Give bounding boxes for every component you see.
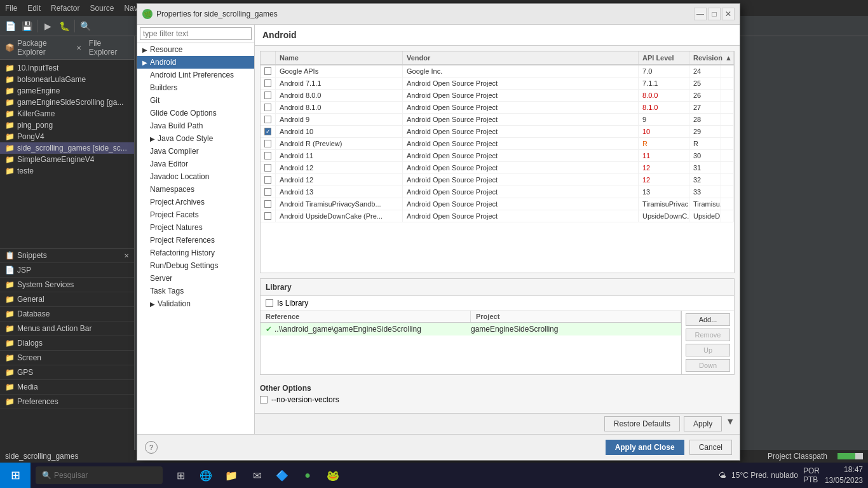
tree-builders[interactable]: Builders (137, 81, 254, 94)
bl-menus[interactable]: 📁 Menus and Action Bar (0, 322, 134, 336)
tree-item-side-scrolling[interactable]: 📁 side_scrolling_games [side_sc... (0, 142, 134, 154)
toolbar-search-btn[interactable]: 🔍 (78, 18, 93, 34)
taskbar-chrome-icon[interactable]: ● (295, 463, 320, 488)
start-button[interactable]: ⊞ (0, 463, 31, 488)
table-row[interactable]: Android 9 Android Open Source Project 9 … (261, 114, 734, 126)
table-row[interactable]: Android 7.1.1 Android Open Source Projec… (261, 78, 734, 90)
tree-java-editor[interactable]: Java Editor (137, 158, 254, 170)
bl-jsp[interactable]: 📄 JSP (0, 263, 134, 278)
row-checkbox[interactable] (264, 176, 271, 184)
tree-java-build-path[interactable]: Java Build Path (137, 119, 254, 132)
tree-git[interactable]: Git (137, 94, 254, 107)
table-row[interactable]: Android UpsideDownCake (Pre... Android O… (261, 210, 734, 222)
td-check[interactable] (261, 78, 276, 89)
td-check[interactable] (261, 150, 276, 161)
tree-item-input-test[interactable]: 📁 10.InputTest (0, 62, 134, 74)
scroll-down-icon[interactable]: ▼ (726, 416, 735, 431)
package-explorer-tab[interactable]: 📦 Package Explorer ✕ File Explorer (0, 36, 134, 60)
row-checkbox[interactable] (264, 116, 271, 123)
td-check[interactable] (261, 138, 276, 149)
is-library-checkbox[interactable] (266, 299, 273, 307)
tree-item-pong-v4[interactable]: 📁 PongV4 (0, 131, 134, 142)
toolbar-save-btn[interactable]: 💾 (19, 18, 34, 34)
lib-remove-btn[interactable]: Remove (686, 329, 730, 341)
td-check[interactable] (261, 126, 276, 137)
bl-media[interactable]: 📁 Media (0, 380, 134, 395)
lib-table-row[interactable]: ✔ ..\\android_game\gameEngineSideScrolli… (261, 323, 681, 336)
menu-refactor[interactable]: Refactor (51, 4, 79, 13)
bl-system-services[interactable]: 📁 System Services (0, 278, 134, 292)
table-row[interactable]: Android 12 Android Open Source Project 1… (261, 174, 734, 186)
lib-up-btn[interactable]: Up (686, 344, 730, 356)
tree-server[interactable]: Server (137, 272, 254, 285)
th-scroll-top[interactable]: ▲ (721, 51, 734, 64)
tree-item-game-engine-side[interactable]: 📁 gameEngineSideScrolling [ga... (0, 97, 134, 108)
toolbar-debug-btn[interactable]: 🐛 (57, 18, 72, 34)
restore-defaults-btn[interactable]: Restore Defaults (604, 416, 680, 431)
tree-javadoc[interactable]: Javadoc Location (137, 170, 254, 183)
taskbar-green-icon[interactable]: 🐸 (320, 463, 346, 488)
tree-item-simple-game[interactable]: 📁 SimpleGameEngineV4 (0, 154, 134, 165)
taskbar-apps-btn[interactable]: ⊞ (168, 463, 193, 488)
table-row[interactable]: Android 13 Android Open Source Project 1… (261, 186, 734, 198)
tree-item-teste[interactable]: 📁 teste (0, 165, 134, 177)
td-check[interactable] (261, 90, 276, 101)
dialog-maximize-btn[interactable]: □ (708, 8, 721, 20)
tree-task-tags[interactable]: Task Tags (137, 285, 254, 297)
tree-refactoring[interactable]: Refactoring History (137, 247, 254, 259)
row-checkbox[interactable] (264, 212, 271, 220)
tree-project-natures[interactable]: Project Natures (137, 221, 254, 234)
dialog-minimize-btn[interactable]: — (694, 8, 707, 20)
tree-run-debug[interactable]: Run/Debug Settings (137, 259, 254, 272)
bl-dialogs[interactable]: 📁 Dialogs (0, 336, 134, 351)
tree-project-facets[interactable]: Project Facets (137, 208, 254, 221)
menu-source[interactable]: Source (90, 4, 114, 13)
bl-gps[interactable]: 📁 GPS (0, 365, 134, 380)
tree-resource[interactable]: ▶ Resource (137, 43, 254, 56)
menu-edit[interactable]: Edit (27, 4, 41, 13)
row-checkbox[interactable] (264, 128, 271, 135)
td-check[interactable] (261, 102, 276, 113)
row-checkbox[interactable] (264, 200, 271, 208)
dialog-close-btn[interactable]: ✕ (722, 8, 735, 20)
row-checkbox[interactable] (264, 79, 271, 87)
taskbar-search[interactable]: 🔍 (36, 466, 163, 484)
help-icon[interactable]: ? (145, 441, 158, 454)
tree-java-code-style[interactable]: ▶ Java Code Style (137, 132, 254, 145)
td-check[interactable] (261, 174, 276, 186)
tree-android-lint[interactable]: Android Lint Preferences (137, 69, 254, 81)
table-row[interactable]: Android R (Preview) Android Open Source … (261, 138, 734, 150)
bl-snippets[interactable]: 📋 Snippets ✕ (0, 248, 134, 263)
row-checkbox[interactable] (264, 92, 271, 99)
table-row[interactable]: Android TiramisuPrivacySandb... Android … (261, 198, 734, 210)
table-row[interactable]: Android 12 Android Open Source Project 1… (261, 162, 734, 174)
table-row[interactable]: Android 10 Android Open Source Project 1… (261, 126, 734, 138)
row-checkbox[interactable] (264, 140, 271, 147)
td-check[interactable] (261, 65, 276, 77)
td-check[interactable] (261, 198, 276, 210)
lib-down-btn[interactable]: Down (686, 359, 730, 372)
td-check[interactable] (261, 162, 276, 173)
tree-item-game-engine[interactable]: 📁 gameEngine (0, 85, 134, 97)
filter-input[interactable] (140, 27, 252, 40)
apply-and-close-btn[interactable]: Apply and Close (606, 440, 684, 455)
apply-btn[interactable]: Apply (684, 416, 722, 431)
td-check[interactable] (261, 114, 276, 125)
row-checkbox[interactable] (264, 104, 271, 111)
table-row[interactable]: Google APIs Google Inc. 7.0 24 (261, 65, 734, 78)
row-checkbox[interactable] (264, 164, 271, 172)
cancel-btn[interactable]: Cancel (689, 440, 732, 455)
tree-item-bolsonear[interactable]: 📁 bolsonearLulaGame (0, 74, 134, 85)
tree-item-ping-pong[interactable]: 📁 ping_pong (0, 119, 134, 131)
bl-preferences[interactable]: 📁 Preferences (0, 395, 134, 409)
package-explorer-close[interactable]: ✕ (76, 44, 81, 51)
tree-project-references[interactable]: Project References (137, 234, 254, 247)
toolbar-run-btn[interactable]: ▶ (40, 18, 55, 34)
file-explorer-label[interactable]: File Explorer (89, 39, 129, 57)
row-checkbox[interactable] (264, 67, 271, 75)
tree-item-killer-game[interactable]: 📁 KillerGame (0, 108, 134, 119)
bl-database[interactable]: 📁 Database (0, 307, 134, 322)
tree-glide[interactable]: Glide Code Options (137, 107, 254, 119)
table-row[interactable]: Android 11 Android Open Source Project 1… (261, 150, 734, 162)
table-row[interactable]: Android 8.1.0 Android Open Source Projec… (261, 102, 734, 114)
